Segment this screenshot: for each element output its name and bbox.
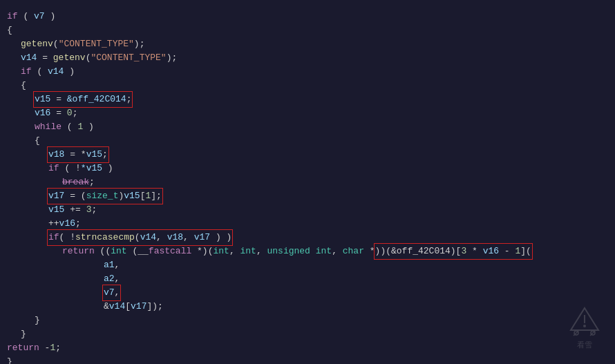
code-line-19: a2, [0,272,615,286]
code-line-1: { [0,23,615,37]
code-line-0: if ( v7 ) [0,10,615,23]
code-line-18: a1, [0,258,615,272]
code-line-2: getenv("CONTENT_TYPE"); [0,37,615,51]
code-line-22: } [0,314,615,327]
code-line-6: v15 = &off_42C014; [0,93,615,106]
code-line-3: v14 = getenv("CONTENT_TYPE"); [0,51,615,65]
code-line-5: { [0,79,615,93]
code-line-13: v17 = (size_t)v15[1]; [0,189,615,203]
code-line-15: ++v16; [0,217,615,231]
code-line-11: if ( !*v15 ) [0,162,615,175]
code-line-21: &v14[v17]); [0,300,615,314]
code-line-17: return ((int (__fastcall *)(int, int, un… [0,245,615,258]
code-line-9: { [0,134,615,148]
code-line-8: while ( 1 ) [0,120,615,134]
code-line-16: if( !strncasecmp(v14, v18, v17 ) ) [0,231,615,245]
code-line-12: break; [0,175,615,189]
code-line-4: if ( v14 ) [0,65,615,79]
code-line-20: v7, [0,286,615,300]
svg-point-2 [583,325,586,327]
watermark: 看雪 [568,305,601,350]
code-line-24: return -1; [0,341,615,355]
code-line-25: } [0,355,615,364]
code-line-23: } [0,327,615,341]
code-line-10: v18 = *v15; [0,148,615,162]
watermark-label: 看雪 [577,340,592,350]
code-editor: if ( v7 ){getenv("CONTENT_TYPE");v14 = g… [0,0,615,364]
code-line-7: v16 = 0; [0,106,615,120]
code-line-14: v15 += 3; [0,203,615,217]
